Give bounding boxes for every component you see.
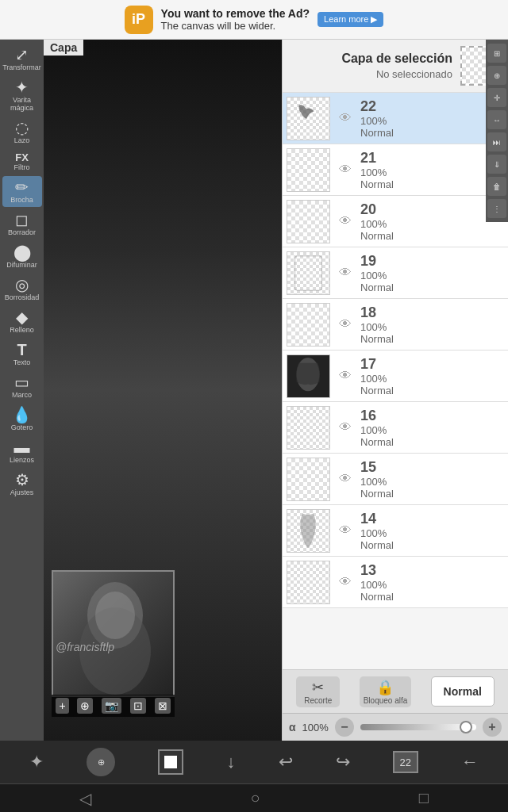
grid-button[interactable]: ⊞ [487, 44, 506, 63]
tool-texto[interactable]: T Texto [2, 339, 42, 370]
layer-blend-16: Normal [360, 436, 504, 448]
layer-blend-17: Normal [360, 385, 504, 396]
layer-info-20: 20 100% Normal [356, 201, 504, 242]
recorte-button[interactable]: ✂ Recorte [296, 676, 340, 707]
layer-eye-18[interactable]: 👁 [334, 313, 356, 335]
duplicate-button[interactable]: ⊕ [487, 66, 506, 85]
layer-row-17[interactable]: 👁 17 100% Normal [283, 350, 508, 402]
bloqueo-alfa-label: Bloqueo alfa [364, 696, 408, 705]
tool-borrador[interactable]: ◻ Borrador [2, 209, 42, 239]
home-nav-icon[interactable]: ○ [250, 789, 260, 807]
layer-info-14: 14 100% Normal [356, 511, 504, 551]
transform-icon: ⤢ [15, 47, 29, 63]
tool-borrosidad-label: Borrosidad [5, 293, 40, 301]
opacity-bar: α 100% − + [283, 713, 508, 741]
layer-num-15: 15 [360, 459, 504, 476]
layer-opacity-22: 100% [360, 115, 504, 127]
lasso-icon: ◌ [15, 120, 29, 136]
layer-thumb-18 [287, 303, 330, 347]
opacity-decrease-button[interactable]: − [335, 718, 354, 737]
tool-transformar[interactable]: ⤢ Transformar [2, 44, 42, 75]
layer-row-19[interactable]: 👁 19 100% Normal [283, 247, 508, 299]
mini-import-button[interactable]: ⊡ [130, 698, 146, 714]
layer-eye-16[interactable]: 👁 [334, 416, 356, 439]
layer-row-18[interactable]: 👁 18 100% Normal [283, 299, 508, 350]
layer-info-21: 21 100% Normal [356, 150, 504, 190]
layer-eye-21[interactable]: 👁 [334, 159, 356, 181]
canvas-area[interactable]: Capa + ⊕ 📷 ⊡ ⊠ @francisftlp [44, 40, 282, 741]
layer-row-20[interactable]: 👁 20 100% Normal [283, 196, 508, 247]
delete-button[interactable]: 🗑 [487, 177, 506, 196]
svg-point-2 [95, 592, 135, 639]
layer-row-14[interactable]: 👁 14 100% Normal [283, 505, 508, 557]
tool-lazo[interactable]: ◌ Lazo [2, 117, 42, 147]
layer-thumb-13 [287, 561, 330, 604]
back-nav-icon[interactable]: ◁ [79, 789, 91, 808]
tool-difuminar[interactable]: ⬤ Difuminar [2, 241, 42, 272]
bloqueo-alfa-button[interactable]: 🔒 Bloqueo alfa [360, 676, 412, 707]
settings-icon: ⚙ [15, 472, 29, 488]
tool-lienzos[interactable]: ▬ Lienzos [2, 436, 42, 467]
tool-brocha[interactable]: ✏ Brocha [2, 176, 42, 207]
layer-row-21[interactable]: 👁 21 100% Normal [283, 144, 508, 196]
flip-button[interactable]: ↔ [487, 110, 506, 129]
tool-lienzos-label: Lienzos [10, 456, 34, 464]
more-button[interactable]: ⋮ [487, 199, 506, 218]
layer-eye-20[interactable]: 👁 [334, 210, 356, 232]
layer-eye-17[interactable]: 👁 [334, 365, 356, 387]
ad-icon: iP [125, 6, 153, 34]
bottom-tool-select[interactable]: ✦ [29, 752, 44, 772]
tool-ajustes[interactable]: ⚙ Ajustes [2, 469, 42, 500]
layer-row-22[interactable]: 👁 22 100% Normal [283, 93, 508, 144]
lock-icon: 🔒 [376, 679, 394, 696]
bottom-tool-zoom[interactable]: ⊕ [87, 748, 115, 776]
capa-label: Capa [44, 40, 83, 56]
bottom-tool-undo[interactable]: ↩ [279, 752, 293, 772]
tool-borrosidad[interactable]: ◎ Borrosidad [2, 274, 42, 304]
layer-eye-13[interactable]: 👁 [334, 571, 356, 593]
move-button[interactable]: ✛ [487, 88, 506, 107]
tool-filtro[interactable]: FX Filtro [2, 149, 42, 174]
layer-thumb-20 [287, 200, 330, 243]
mini-camera-button[interactable]: 📷 [102, 698, 121, 714]
layer-num-13: 13 [360, 562, 504, 579]
layer-thumb-16 [287, 406, 330, 450]
layer-eye-22[interactable]: 👁 [334, 107, 356, 129]
bottom-tool-back[interactable]: ← [461, 752, 479, 772]
tool-marco[interactable]: ▭ Marco [2, 371, 42, 402]
opacity-percentage: 100% [302, 722, 329, 733]
opacity-increase-button[interactable]: + [483, 718, 502, 737]
layer-eye-15[interactable]: 👁 [334, 468, 356, 490]
opacity-slider[interactable] [360, 724, 476, 730]
text-icon: T [17, 342, 26, 358]
blur-icon: ◎ [15, 277, 29, 293]
layers-list[interactable]: 👁 22 100% Normal 👁 21 100% Normal [283, 93, 508, 669]
tool-varita-label: Varita mágica [4, 96, 40, 112]
layer-row-15[interactable]: 👁 15 100% Normal [283, 454, 508, 505]
tool-relleno[interactable]: ◆ Relleno [2, 306, 42, 337]
crop-button[interactable]: ⇓ [487, 155, 506, 174]
layer-eye-19[interactable]: 👁 [334, 262, 356, 284]
mini-add-button[interactable]: + [56, 698, 68, 714]
mini-settings-button[interactable]: ⊠ [155, 698, 171, 714]
layer-row-16[interactable]: 👁 16 100% Normal [283, 402, 508, 454]
tool-gotero[interactable]: 💧 Gotero [2, 404, 42, 435]
bottom-tool-download[interactable]: ↓ [226, 752, 235, 772]
layer-eye-14[interactable]: 👁 [334, 519, 356, 542]
bottom-tool-layer-num[interactable]: 22 [393, 751, 418, 773]
bottom-tool-redo[interactable]: ↪ [336, 752, 350, 772]
layer-row-13[interactable]: 👁 13 100% Normal [283, 557, 508, 608]
bottom-tool-color[interactable] [158, 749, 183, 775]
recents-nav-icon[interactable]: □ [419, 789, 429, 807]
layer-info-19: 19 100% Normal [356, 253, 504, 293]
tool-brocha-label: Brocha [10, 196, 33, 204]
mini-duplicate-button[interactable]: ⊕ [77, 698, 93, 714]
tool-varita[interactable]: ✦ Varita mágica [2, 76, 42, 115]
layer-opacity-16: 100% [360, 424, 504, 436]
layer-thumb-14 [287, 509, 330, 553]
ad-learn-more-button[interactable]: Learn more ▶ [318, 12, 383, 27]
layer-blend-22: Normal [360, 127, 504, 139]
normal-blend-button[interactable]: Normal [431, 676, 495, 707]
skip-button[interactable]: ⏭ [487, 132, 506, 151]
layer-opacity-14: 100% [360, 527, 504, 539]
